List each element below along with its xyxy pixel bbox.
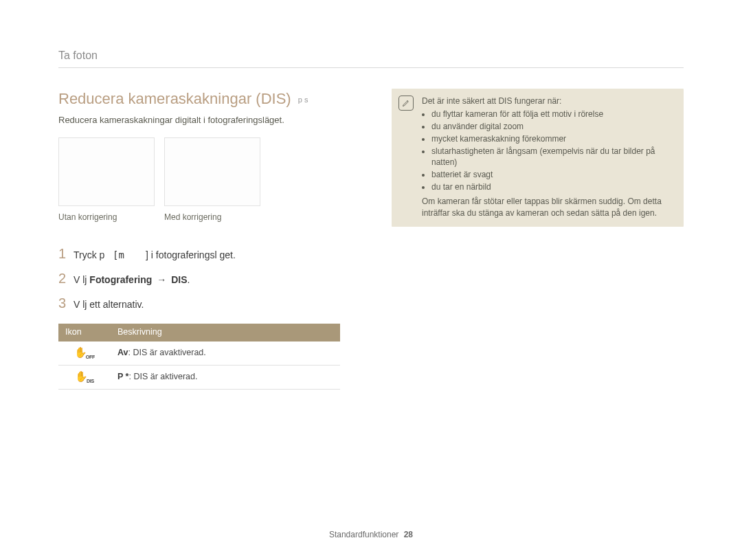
table-header-row: Ikon Beskrivning — [58, 324, 340, 341]
table-row: ✋OFF Av: DIS är avaktiverad. — [58, 341, 340, 366]
subtitle: Reducera kameraskakningar digitalt i fot… — [58, 114, 354, 126]
step-text: V lj Fotografering → DIS. — [74, 273, 190, 287]
title-text: Reducera kameraskakningar (DIS) — [58, 90, 291, 107]
page-footer: Standardfunktioner 28 — [0, 529, 742, 541]
example-image-after — [164, 137, 260, 206]
arrow-icon: → — [157, 274, 166, 285]
dis-off-icon: ✋OFF — [58, 341, 111, 366]
text: Tryck p — [74, 249, 104, 260]
row-rest: : DIS är avaktiverad. — [128, 348, 206, 357]
th-icon: Ikon — [58, 324, 111, 341]
step-number: 1 — [58, 244, 74, 263]
example-captions: Utan korrigering Med korrigering — [58, 212, 354, 223]
list-item: slutarhastigheten är långsam (exempelvis… — [431, 146, 674, 169]
caption-after: Med korrigering — [164, 212, 260, 223]
row-bold: P * — [117, 372, 128, 381]
page-title: Reducera kameraskakningar (DIS) p s — [58, 89, 354, 110]
step-1: 1 Tryck p [m ] i fotograferingsl get. — [58, 244, 354, 263]
text: V lj — [74, 274, 89, 285]
list-item: du använder digital zoom — [431, 121, 674, 133]
step-text: V lj ett alternativ. — [74, 298, 144, 312]
row-bold: Av — [117, 348, 128, 357]
step-text: Tryck p [m ] i fotograferingsl get. — [74, 249, 236, 262]
breadcrumb: Ta foton — [58, 48, 684, 68]
list-item: du tar en närbild — [431, 181, 674, 193]
note-tail: Om kameran får stötar eller tappas blir … — [422, 196, 674, 219]
pencil-icon — [402, 99, 410, 107]
bold-label: Fotografering — [89, 274, 152, 285]
bold-label: DIS — [171, 274, 187, 285]
icon-sub: DIS — [87, 379, 94, 383]
list-item: batteriet är svagt — [431, 169, 674, 181]
dis-on-icon: ✋DIS — [58, 365, 111, 389]
footer-label: Standardfunktioner — [329, 530, 398, 539]
note-box: Det är inte säkert att DIS fungerar när:… — [392, 89, 684, 227]
note-lead: Det är inte säkert att DIS fungerar när: — [422, 96, 674, 107]
step-2: 2 V lj Fotografering → DIS. — [58, 269, 354, 288]
list-item: du flyttar kameran för att följa ett mot… — [431, 109, 674, 120]
step-number: 2 — [58, 269, 74, 288]
step-number: 3 — [58, 293, 74, 313]
right-column: Det är inte säkert att DIS fungerar när:… — [392, 89, 684, 390]
note-icon — [398, 96, 414, 111]
page-number: 28 — [404, 530, 413, 539]
left-column: Reducera kameraskakningar (DIS) p s Redu… — [58, 89, 354, 390]
title-mode-tag: p s — [298, 96, 308, 104]
desc-cell: P *: DIS är aktiverad. — [111, 365, 340, 389]
step-3: 3 V lj ett alternativ. — [58, 293, 354, 313]
caption-before: Utan korrigering — [58, 212, 155, 223]
table-row: ✋DIS P *: DIS är aktiverad. — [58, 365, 340, 389]
options-table: Ikon Beskrivning ✋OFF Av: DIS är avaktiv… — [58, 324, 340, 390]
example-image-before — [58, 137, 155, 206]
note-list: du flyttar kameran för att följa ett mot… — [422, 109, 674, 193]
manual-page: Ta foton Reducera kameraskakningar (DIS)… — [0, 0, 742, 560]
menu-key-icon: [m — [113, 249, 124, 260]
list-item: mycket kameraskakning förekommer — [431, 133, 674, 145]
icon-sub: OFF — [86, 355, 95, 359]
instruction-steps: 1 Tryck p [m ] i fotograferingsl get. 2 … — [58, 244, 354, 313]
desc-cell: Av: DIS är avaktiverad. — [111, 341, 340, 366]
text: ] i fotograferingsl get. — [146, 249, 236, 260]
row-rest: : DIS är aktiverad. — [128, 372, 197, 381]
text: . — [187, 274, 190, 285]
example-images — [58, 137, 354, 206]
th-desc: Beskrivning — [111, 324, 340, 341]
content-columns: Reducera kameraskakningar (DIS) p s Redu… — [58, 89, 684, 390]
